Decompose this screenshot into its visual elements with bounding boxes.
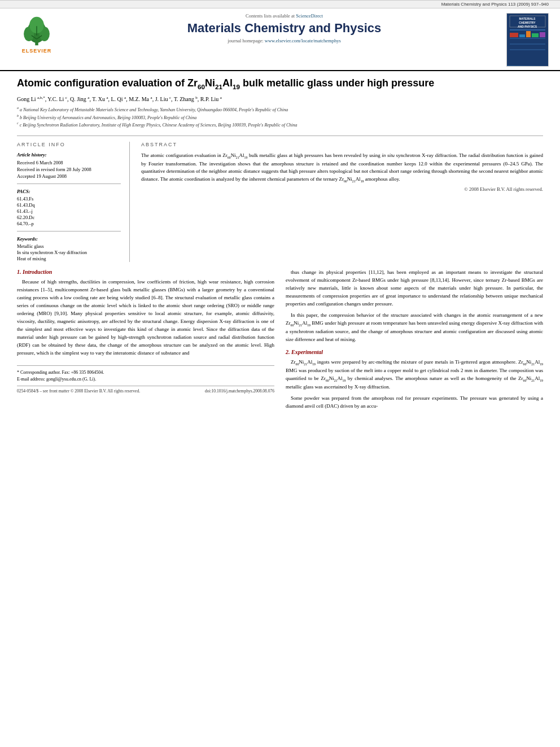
citation-bar: Materials Chemistry and Physics 113 (200… [0, 0, 560, 8]
sciencedirect-bar: Contents lists available at ScienceDirec… [246, 13, 323, 19]
abstract-body: The atomic configuration evaluation in Z… [141, 152, 543, 184]
pacs-item-4: 62.20.Dc [17, 215, 121, 220]
footnote-area: * Corresponding author. Fax: +86 335 806… [17, 365, 274, 382]
authors-line: Gong Li a,b,*, Y.C. Li c, Q. Jing a, T. … [17, 95, 543, 102]
elsevier-logo: ELSEVIER [11, 13, 62, 54]
journal-header: ELSEVIER Contents lists available at Sci… [0, 8, 560, 71]
article-info-abstract-section: ARTICLE INFO Article history: Received 6… [17, 136, 543, 262]
keyword-1: Metallic glass [17, 243, 121, 249]
svg-text:MATERIALS: MATERIALS [519, 17, 536, 20]
pacs-label: PACS: [17, 189, 121, 194]
history-label: Article history: [17, 152, 121, 158]
homepage-url[interactable]: www.elsevier.com/locate/matchemphys [265, 38, 341, 43]
page: Materials Chemistry and Physics 113 (200… [0, 0, 560, 747]
footnote-email: E-mail address: gongli@ysu.edu.cn (G. Li… [17, 376, 274, 382]
sciencedirect-link[interactable]: ScienceDirect [296, 13, 323, 19]
svg-rect-21 [540, 32, 545, 37]
intro-text-continued: thus change its physical properties [11,… [286, 269, 543, 343]
pacs-item-5: 64.70.–p [17, 221, 121, 226]
citation-text: Materials Chemistry and Physics 113 (200… [441, 2, 549, 7]
svg-rect-18 [519, 34, 525, 37]
abstract-column: ABSTRACT The atomic configuration evalua… [141, 142, 543, 262]
journal-title: Materials Chemistry and Physics [187, 21, 382, 36]
pacs-item-3: 61.43.–j [17, 208, 121, 214]
article-title: Atomic configuration evaluation of Zr60N… [17, 77, 543, 91]
journal-cover: MATERIALS CHEMISTRY AND PHYSICS [506, 13, 549, 67]
svg-rect-20 [532, 33, 539, 37]
keyword-2: In situ synchrotron X-ray diffraction [17, 250, 121, 255]
experimental-heading: 2. Experimental [286, 349, 543, 355]
copyright: © 2008 Elsevier B.V. All rights reserved… [141, 186, 543, 192]
elsevier-tree-icon [20, 16, 54, 47]
bottom-bar: 0254-0584/$ – see front matter © 2008 El… [17, 386, 274, 394]
keyword-3: Heat of mixing [17, 256, 121, 261]
intro-heading: 1. Introduction [17, 269, 274, 275]
accepted-date: Accepted 19 August 2008 [17, 173, 121, 179]
cover-graphic: MATERIALS CHEMISTRY AND PHYSICS [507, 13, 548, 65]
abstract-heading: ABSTRACT [141, 142, 543, 147]
journal-center: Contents lists available at ScienceDirec… [62, 13, 506, 43]
journal-homepage: journal homepage: www.elsevier.com/locat… [228, 38, 341, 43]
body-right-col: thus change its physical properties [11,… [286, 269, 543, 414]
elsevier-text: ELSEVIER [22, 48, 52, 54]
article-info-column: ARTICLE INFO Article history: Received 6… [17, 142, 130, 262]
intro-text: Because of high strengths, ductilities i… [17, 278, 274, 357]
experimental-text: Zr60Ni21Al19 ingots were prepared by arc… [286, 359, 543, 410]
footnote-star: * Corresponding author. Fax: +86 335 806… [17, 369, 274, 375]
divider-1 [17, 184, 121, 184]
svg-rect-17 [510, 33, 518, 37]
cover-title-text: MATERIALS CHEMISTRY AND PHYSICS [506, 13, 549, 67]
body-text-section: 1. Introduction Because of high strength… [17, 269, 543, 414]
body-left-col: 1. Introduction Because of high strength… [17, 269, 274, 414]
revised-date: Received in revised form 28 July 2008 [17, 167, 121, 172]
svg-text:AND PHYSICS: AND PHYSICS [518, 25, 537, 28]
pacs-item-1: 61.43.Fs [17, 196, 121, 202]
svg-text:CHEMISTRY: CHEMISTRY [519, 21, 536, 24]
received-date: Received 6 March 2008 [17, 160, 121, 165]
main-content: Atomic configuration evaluation of Zr60N… [0, 71, 560, 425]
divider-2 [17, 231, 121, 231]
bottom-right: doi:10.1016/j.matchemphys.2008.08.076 [205, 388, 274, 394]
affiliations: a a National Key Laboratory of Metastabl… [17, 106, 543, 129]
bottom-left: 0254-0584/$ – see front matter © 2008 El… [17, 388, 140, 394]
article-info-heading: ARTICLE INFO [17, 142, 121, 147]
svg-rect-19 [526, 31, 531, 37]
keywords-label: Keywords: [17, 236, 121, 242]
pacs-item-2: 61.43.Dq [17, 202, 121, 208]
